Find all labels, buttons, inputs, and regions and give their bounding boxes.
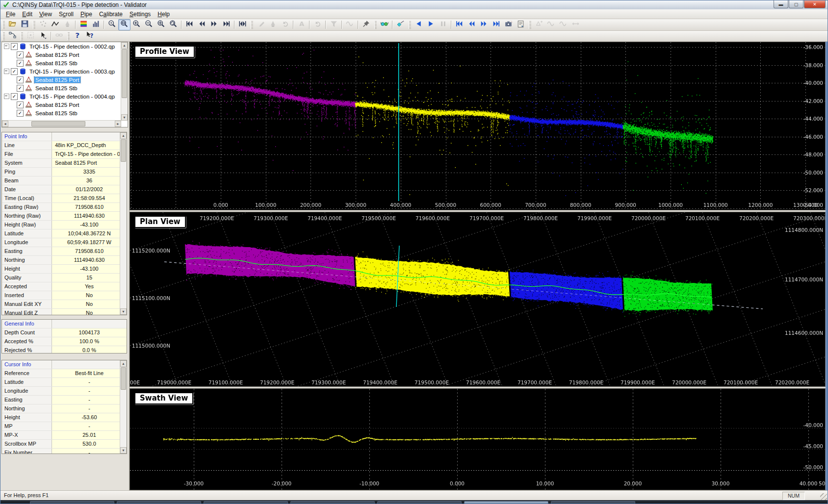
play-reverse-button[interactable] <box>413 19 425 30</box>
help-button[interactable]: ? <box>71 30 83 42</box>
menu-item-settings[interactable]: Settings <box>126 10 154 19</box>
seek-forward-button[interactable] <box>478 19 490 30</box>
seek-last-button[interactable] <box>490 19 502 30</box>
annotate-button[interactable]: A <box>295 19 308 30</box>
taskbar-button[interactable] <box>117 501 201 504</box>
tree-checkbox[interactable]: ✓ <box>11 43 18 50</box>
single-select-button[interactable] <box>25 30 37 42</box>
point-info-scrollbar[interactable]: ▲▼ <box>120 132 127 315</box>
mark-reject-button[interactable] <box>267 19 279 30</box>
go-next-button[interactable] <box>208 19 220 30</box>
tree-checkbox[interactable]: ✓ <box>17 60 24 67</box>
tree-system-node[interactable]: ✓Seabat 8125 Port <box>2 76 128 84</box>
show-points-button[interactable] <box>37 19 49 30</box>
tree-vertical-scrollbar[interactable]: ▲▼ <box>121 42 128 121</box>
go-last-button[interactable] <box>220 19 233 30</box>
toolbar-grip[interactable] <box>2 21 5 29</box>
menu-item-view[interactable]: View <box>36 10 55 19</box>
mark-accept-button[interactable] <box>255 19 267 30</box>
toolbar-grip[interactable] <box>2 32 5 40</box>
despike-button[interactable] <box>344 19 356 30</box>
menu-item-scroll[interactable]: Scroll <box>55 10 77 19</box>
menu-item-edit[interactable]: Edit <box>19 10 36 19</box>
title-bar[interactable]: C:\QINSy Data\TrQI-015 - Pipe detection … <box>0 0 828 10</box>
toolbar-grip[interactable] <box>21 32 23 40</box>
resize-grip[interactable] <box>820 493 827 500</box>
toolbar-grip[interactable] <box>374 21 377 29</box>
tree-collapse-toggle[interactable] <box>4 69 9 74</box>
zoom-window-button[interactable] <box>118 19 130 30</box>
toolbar-grip[interactable] <box>33 21 35 29</box>
go-first-button[interactable] <box>183 19 196 30</box>
tree-system-node[interactable]: ✓Seabat 8125 Stb <box>2 109 128 117</box>
profile-tool-button[interactable] <box>394 19 407 30</box>
minimize-button[interactable]: ▬ <box>774 0 788 8</box>
tree-checkbox[interactable]: ✓ <box>17 110 24 117</box>
seek-rewind-button[interactable] <box>466 19 478 30</box>
tree-system-node[interactable]: ✓Seabat 8125 Stb <box>2 59 128 67</box>
edit-route-button[interactable] <box>6 30 19 42</box>
snapshot-button[interactable] <box>502 19 515 30</box>
pause-button[interactable] <box>437 19 449 30</box>
play-forward-button[interactable] <box>425 19 437 30</box>
cursor-info-scrollbar[interactable]: ▲▼ <box>120 360 127 454</box>
tree-checkbox[interactable]: ✓ <box>11 68 18 75</box>
interpolate-button[interactable] <box>557 19 569 30</box>
toolbar-grip[interactable] <box>251 21 253 29</box>
tree-system-node[interactable]: ✓Seabat 8125 Port <box>2 50 128 59</box>
save-button[interactable] <box>19 19 31 30</box>
windows-taskbar[interactable] <box>0 500 828 504</box>
taskbar-button[interactable] <box>30 501 114 504</box>
menu-item-file[interactable]: File <box>2 10 19 19</box>
view-3d-button[interactable] <box>378 19 390 30</box>
tree-checkbox[interactable]: ✓ <box>17 101 24 108</box>
zoom-out-button[interactable] <box>143 19 155 30</box>
zoom-normal-button[interactable] <box>106 19 118 30</box>
rotate-selection-button[interactable] <box>279 19 291 30</box>
tree-checkbox[interactable]: ✓ <box>17 51 24 58</box>
seek-first-button[interactable] <box>453 19 466 30</box>
close-button[interactable]: ✕ <box>804 0 826 8</box>
tree-file-node[interactable]: ✓TrQI-15 - Pipe detection - 0002.qp <box>2 42 128 50</box>
profile-canvas[interactable] <box>130 42 825 210</box>
tree-file-node[interactable]: ✓TrQI-15 - Pipe detection - 0004.qp <box>2 92 128 101</box>
filter-button[interactable] <box>328 19 340 30</box>
smooth-points-button[interactable] <box>545 19 557 30</box>
color-map-button[interactable] <box>78 19 90 30</box>
zoom-previous-button[interactable] <box>167 19 180 30</box>
menu-item-help[interactable]: Help <box>154 10 173 19</box>
step-mode-button[interactable] <box>236 19 249 30</box>
tree-file-node[interactable]: ✓TrQI-15 - Pipe detection - 0003.qp <box>2 67 128 76</box>
go-previous-button[interactable] <box>196 19 208 30</box>
menu-item-calibrate[interactable]: Calibrate <box>96 10 126 19</box>
tree-checkbox[interactable]: ✓ <box>11 93 18 100</box>
undo-edit-button[interactable] <box>311 19 324 30</box>
menu-item-pipe[interactable]: Pipe <box>77 10 96 19</box>
tree-collapse-toggle[interactable] <box>4 94 9 99</box>
open-file-button[interactable] <box>6 19 19 30</box>
maximize-button[interactable]: ▢ <box>789 0 803 8</box>
tree-checkbox[interactable]: ✓ <box>17 85 24 92</box>
spray-edit-button[interactable] <box>61 19 74 30</box>
taskbar-button[interactable] <box>204 501 288 504</box>
tree-collapse-toggle[interactable] <box>4 44 9 49</box>
plan-canvas[interactable] <box>130 212 825 386</box>
toolbar-grip[interactable] <box>409 21 411 29</box>
taskbar-button[interactable] <box>377 501 462 504</box>
project-tree[interactable]: ✓TrQI-15 - Pipe detection - 0002.qp✓Seab… <box>1 42 128 127</box>
taskbar-button[interactable] <box>290 501 375 504</box>
context-help-button[interactable]: ? <box>83 30 96 42</box>
swath-canvas[interactable] <box>130 389 825 490</box>
select-mode-button[interactable] <box>37 30 49 42</box>
shift-points-button[interactable] <box>569 19 582 30</box>
toolbar-grip[interactable] <box>529 21 531 29</box>
insert-point-button[interactable] <box>533 19 545 30</box>
tree-system-node[interactable]: ✓Seabat 8125 Stb <box>2 84 128 92</box>
show-profile-button[interactable] <box>49 19 61 30</box>
report-button[interactable] <box>515 19 527 30</box>
taskbar-button[interactable] <box>551 501 635 504</box>
measure-button[interactable] <box>53 30 65 42</box>
taskbar-button[interactable] <box>464 501 548 504</box>
pin-view-button[interactable] <box>360 19 372 30</box>
histogram-button[interactable] <box>90 19 102 30</box>
